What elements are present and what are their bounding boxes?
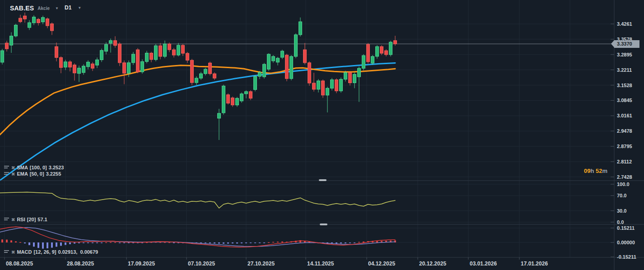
- time-axis[interactable]: 08.08.202528.08.202517.09.202507.10.2025…: [0, 257, 644, 270]
- indicator-params: [20]: [27, 217, 36, 222]
- indicator-legend-rsi: ✖ RSI [20] 57.1: [4, 216, 47, 223]
- time-axis-tick: 03.01.2026: [470, 261, 497, 267]
- time-axis-tick: 28.08.2025: [67, 261, 94, 267]
- price-axis-tick: 2.7428: [617, 174, 632, 180]
- indicator-remove-icon[interactable]: ✖: [11, 172, 15, 177]
- panel-resize-handle[interactable]: [320, 223, 327, 225]
- indicator-settings-icon[interactable]: [4, 250, 9, 255]
- indicator-value: 0.02913, 0.00679: [58, 249, 98, 255]
- timeframe-label: D1: [65, 5, 71, 11]
- symbol-name: SAB.ES: [10, 5, 34, 12]
- price-axis-tick: 2.9478: [617, 128, 632, 134]
- time-axis-tick: 17.09.2025: [128, 261, 155, 267]
- instrument-type-label: Akcie: [37, 6, 50, 11]
- indicator-settings-icon[interactable]: [4, 217, 9, 222]
- timeframe-selector[interactable]: D1 ▼: [65, 5, 81, 11]
- time-axis-tick: 07.10.2025: [188, 261, 215, 267]
- chevron-down-icon: ▼: [78, 6, 81, 10]
- time-axis-tick: 27.10.2025: [247, 261, 275, 267]
- indicator-remove-icon[interactable]: ✖: [11, 165, 15, 170]
- macd-axis-tick: 0.00000: [617, 239, 635, 246]
- indicator-name: SMA: [17, 165, 28, 170]
- indicator-legend-ema: ✖ EMA [50, 0] 3.2255: [4, 171, 61, 177]
- time-axis-tick: 08.08.2025: [6, 261, 33, 267]
- indicator-name: RSI: [17, 217, 25, 222]
- indicator-value: 3.2523: [49, 165, 64, 170]
- time-axis-tick: 20.12.2025: [419, 261, 446, 267]
- indicator-value: 57.1: [37, 217, 47, 222]
- indicator-legend-macd: ✖ MACD [12, 26, 9] 0.02913, 0.00679: [4, 249, 98, 255]
- time-axis-tick: 04.12.2025: [368, 261, 395, 267]
- indicator-settings-icon[interactable]: [4, 172, 9, 177]
- symbol-selector[interactable]: SAB.ES Akcie ▼: [10, 5, 59, 12]
- indicator-legend-sma: ✖ SMA [100, 0] 3.2523: [4, 164, 64, 171]
- current-price-tag: 3.3370: [614, 40, 639, 48]
- indicator-value: 3.2255: [46, 171, 61, 177]
- indicator-settings-icon[interactable]: [4, 165, 9, 170]
- rsi-axis-tick: 0.0: [617, 219, 624, 225]
- chevron-down-icon: ▼: [55, 6, 59, 10]
- indicator-params: [12, 26, 9]: [33, 249, 56, 255]
- panel-resize-handle[interactable]: [319, 179, 327, 181]
- indicator-remove-icon[interactable]: ✖: [11, 217, 15, 222]
- price-axis-tick: 2.8795: [617, 143, 632, 149]
- price-axis-tick: 2.8112: [617, 158, 632, 165]
- price-axis-tick: 3.2211: [617, 67, 632, 73]
- candle-countdown-timer: 09h 52m: [584, 168, 607, 174]
- trading-chart-window: SAB.ES Akcie ▼ D1 ▼ ✖ SMA [100, 0] 3.252…: [0, 0, 644, 270]
- macd-axis-tick: 0.15211: [617, 225, 635, 231]
- indicator-name: MACD: [17, 249, 32, 255]
- indicator-name: EMA: [17, 171, 28, 177]
- indicator-params: [100, 0]: [30, 165, 47, 170]
- indicator-remove-icon[interactable]: ✖: [11, 250, 15, 255]
- price-axis-tick: 3.1528: [617, 82, 632, 88]
- chart-canvas[interactable]: [0, 0, 644, 270]
- indicator-params: [50, 0]: [30, 171, 44, 177]
- time-axis-tick: 17.01.2026: [521, 261, 548, 267]
- rsi-axis-tick: 70.0: [617, 192, 626, 199]
- price-axis-tick: 3.0161: [617, 112, 632, 119]
- price-axis-tick: 3.2895: [617, 51, 632, 58]
- rsi-axis-tick: 30.0: [617, 208, 626, 214]
- price-axis-tick: 3.4261: [617, 21, 632, 27]
- price-axis[interactable]: 3.42613.35783.28953.22113.15283.08453.01…: [614, 0, 644, 257]
- price-axis-tick: 3.0845: [617, 97, 632, 103]
- rsi-axis-tick: 100.0: [617, 181, 630, 187]
- time-axis-tick: 14.11.2025: [307, 261, 334, 267]
